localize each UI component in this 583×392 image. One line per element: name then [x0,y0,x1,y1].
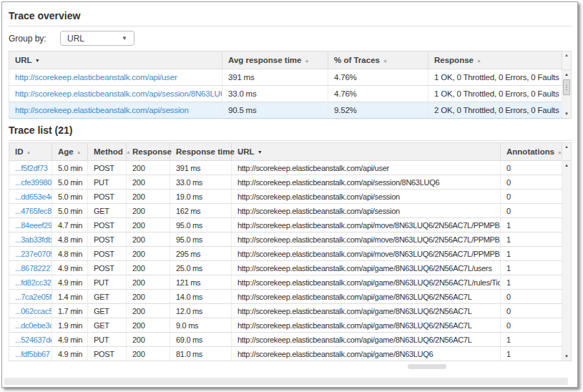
url-cell: http://scorekeep.elasticbeanstalk.com/ap… [232,275,501,290]
id-cell: ...cfe39980 [9,175,52,190]
id-link[interactable]: ...dc0ebe3c [15,321,52,330]
id-link[interactable]: ...3ab33fdb [15,235,52,244]
scrollbar-track[interactable]: ▲ ▼ [562,161,572,361]
table-row[interactable]: ...4765fec85.0 minGET200162 mshttp://sco… [9,204,562,218]
list-header-age[interactable]: Age▲ [52,143,88,161]
group-by-dropdown[interactable]: URL ▼ [60,31,134,46]
id-link[interactable]: ...4765fec8 [15,207,52,215]
id-link[interactable]: ...fd82cc32 [15,278,52,287]
table-row[interactable]: ...062ccac51.7 minGET20012.0 mshttp://sc… [9,304,562,318]
id-link[interactable]: ...524637dc [15,335,52,344]
annotations-cell: 0 [501,290,562,304]
table-row[interactable]: ...f5f2df735.0 minPOST200391 mshttp://sc… [9,161,562,175]
scrollbar-track-fill [562,96,571,109]
url-cell: http://scorekeep.elasticbeanstalk.com/ap… [232,204,501,218]
table-row[interactable]: ...3ab33fdb4.8 minPOST20095.0 mshttp://s… [9,232,562,247]
table-row[interactable]: ...dc0ebe3c1.9 minGET2009.0 mshttp://sco… [9,318,562,333]
id-link[interactable]: ...84eeef29 [15,221,52,230]
sort-asc-icon: ▲ [557,150,562,155]
age-cell: 4.9 min [52,261,88,275]
time-cell: 69.0 ms [170,333,232,347]
resp-cell: 1 OK, 0 Throttled, 0 Errors, 0 Faults [428,69,562,86]
avg-cell: 90.5 ms [222,102,328,119]
url-cell: http://scorekeep.elasticbeanstalk.com/ap… [232,247,501,261]
list-header-annotations[interactable]: Annotations▲ [501,143,562,161]
overview-header-url[interactable]: URL▼ [9,52,222,69]
id-cell: ...84eeef29 [9,218,52,232]
response-cell: 200 [127,333,170,347]
method-cell: POST [88,232,127,247]
annotations-cell: 0 [501,304,562,318]
scrollbar-track[interactable]: ▲ ▼ [562,70,572,119]
method-cell: PUT [88,275,127,290]
scroll-up-icon[interactable]: ▲ [562,51,572,70]
list-header-url[interactable]: URL▼ [232,143,501,161]
pct-cell: 9.52% [328,102,428,119]
scroll-up-icon[interactable]: ▲ [562,142,572,161]
response-cell: 200 [127,175,170,190]
id-link[interactable]: ...cfe39980 [15,178,52,187]
url-link[interactable]: http://scorekeep.elasticbeanstalk.com/ap… [15,89,222,98]
scroll-down-icon[interactable]: ▼ [562,109,571,118]
pct-cell: 4.76% [328,69,428,86]
time-cell: 95.0 ms [170,232,232,247]
table-row[interactable]: ...fd82cc324.9 minPUT200121 mshttp://sco… [9,275,562,290]
horizontal-scrollbar[interactable] [4,378,568,385]
id-link[interactable]: ...062ccac5 [15,307,52,315]
overview-scrollbar[interactable]: ▲ ▲ ▼ [562,51,572,119]
list-header-response[interactable]: Response▲ [127,143,170,161]
table-row[interactable]: ...524637dc4.9 minPUT20069.0 mshttp://sc… [9,333,562,347]
sort-asc-icon: ▲ [26,150,31,155]
overview-header-pct-of-traces[interactable]: % of Traces▲ [328,52,428,69]
horizontal-scrollbar-thumb[interactable] [408,364,446,369]
id-link[interactable]: ...fdf5bb67 [15,350,50,358]
url-link[interactable]: http://scorekeep.elasticbeanstalk.com/ap… [15,106,189,114]
list-header-id[interactable]: ID▲ [9,143,52,161]
table-row[interactable]: ...fdf5bb674.9 minPOST20081.0 mshttp://s… [9,347,562,361]
url-cell: http://scorekeep.elasticbeanstalk.com/ap… [9,69,222,86]
url-cell: http://scorekeep.elasticbeanstalk.com/ap… [9,86,222,102]
table-row[interactable]: ...84eeef294.7 minPOST20095.0 mshttp://s… [9,218,562,232]
url-cell: http://scorekeep.elasticbeanstalk.com/ap… [232,161,501,175]
method-cell: POST [88,161,127,175]
url-cell: http://scorekeep.elasticbeanstalk.com/ap… [232,261,501,275]
list-header-method[interactable]: Method▲ [88,143,127,161]
list-header-response-time[interactable]: Response time▲ [170,143,232,161]
url-cell: http://scorekeep.elasticbeanstalk.com/ap… [9,102,222,119]
overview-header-response[interactable]: Response▲ [428,52,562,69]
overview-header-avg-response-time[interactable]: Avg response time▲ [222,52,328,69]
id-cell: ...062ccac5 [9,304,52,318]
scrollbar-thumb[interactable] [563,79,570,95]
table-row[interactable]: ...867822274.9 minPOST20025.0 mshttp://s… [9,261,562,275]
response-cell: 200 [127,218,170,232]
method-cell: POST [88,261,127,275]
id-link[interactable]: ...f5f2df73 [15,164,48,172]
url-link[interactable]: http://scorekeep.elasticbeanstalk.com/ap… [15,73,177,82]
response-cell: 200 [127,161,170,175]
table-row[interactable]: http://scorekeep.elasticbeanstalk.com/ap… [9,69,562,86]
table-row[interactable]: ...cfe399805.0 minPUT20033.0 mshttp://sc… [9,175,562,190]
url-cell: http://scorekeep.elasticbeanstalk.com/ap… [232,218,501,232]
scroll-down-icon[interactable]: ▼ [562,352,571,361]
annotations-cell: 1 [501,333,562,347]
table-row[interactable]: ...237e07054.8 minPOST200295 mshttp://sc… [9,247,562,261]
annotations-cell: 1 [501,247,562,261]
panel-content: Trace overview Group by: URL ▼ URL▼ Avg … [2,2,577,369]
trace-overview-table-wrap: URL▼ Avg response time▲ % of Traces▲ Res… [9,51,572,119]
id-link[interactable]: ...237e0705 [15,250,52,258]
table-row[interactable]: ...7ca2e05f1.4 minGET20014.0 mshttp://sc… [9,290,562,304]
pct-cell: 4.76% [328,86,428,102]
table-row[interactable]: http://scorekeep.elasticbeanstalk.com/ap… [9,102,562,119]
table-row[interactable]: http://scorekeep.elasticbeanstalk.com/ap… [9,86,562,102]
scroll-up-icon[interactable]: ▲ [562,161,571,170]
id-link[interactable]: ...86782227 [15,264,52,273]
annotations-cell: 0 [501,161,562,175]
id-link[interactable]: ...dd653e4c [15,192,52,201]
trace-list-scrollbar[interactable]: ▲ ▲ ▼ [562,142,572,361]
sort-desc-icon: ▼ [258,150,263,155]
table-row[interactable]: ...dd653e4c5.0 minPOST20019.0 mshttp://s… [9,190,562,204]
time-cell: 295 ms [170,247,232,261]
scroll-up-icon[interactable]: ▲ [562,70,571,79]
method-cell: POST [88,190,127,204]
id-link[interactable]: ...7ca2e05f [15,293,52,301]
